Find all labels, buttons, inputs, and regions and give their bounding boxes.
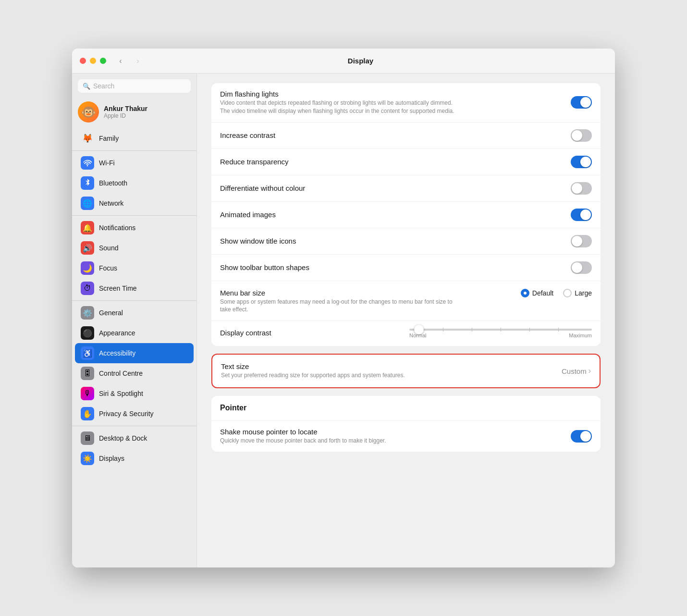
search-placeholder: Search <box>93 82 114 90</box>
menu-bar-size-large-option[interactable]: Large <box>563 289 592 297</box>
sidebar-item-desktop-dock[interactable]: 🖥 Desktop & Dock <box>75 428 194 448</box>
menu-bar-size-subtitle: Some apps or system features may need a … <box>220 298 460 314</box>
user-section[interactable]: 🐵 Ankur Thakur Apple ID <box>72 99 196 128</box>
sidebar-item-label-privacy: Privacy & Security <box>99 410 154 418</box>
avatar: 🐵 <box>78 101 99 123</box>
sidebar-item-label-siri: Siri & Spotlight <box>99 390 143 397</box>
sidebar-item-screen-time[interactable]: ⏱ Screen Time <box>75 278 194 298</box>
menu-bar-size-title: Menu bar size <box>220 289 521 297</box>
sidebar-item-control-centre[interactable]: 🎛 Control Centre <box>75 363 194 383</box>
animated-images-left: Animated images <box>220 210 571 219</box>
text-size-left: Text size Set your preferred reading siz… <box>221 362 562 380</box>
differentiate-colour-toggle[interactable] <box>571 182 592 195</box>
toolbar-button-shapes-toggle[interactable] <box>571 261 592 274</box>
sidebar-item-label-displays: Displays <box>99 455 124 462</box>
sidebar-item-privacy-security[interactable]: ✋ Privacy & Security <box>75 404 194 424</box>
menu-bar-size-default-option[interactable]: Default <box>521 289 553 297</box>
shake-mouse-subtitle: Quickly move the mouse pointer back and … <box>220 437 460 445</box>
sidebar-item-label-wifi: Wi-Fi <box>99 159 115 167</box>
pointer-label: Pointer <box>220 404 592 412</box>
text-size-subtitle: Set your preferred reading size for supp… <box>221 371 461 380</box>
increase-contrast-toggle[interactable] <box>571 129 592 142</box>
increase-contrast-left: Increase contrast <box>220 131 571 139</box>
toggle-knob <box>572 262 582 273</box>
differentiate-colour-title: Differentiate without colour <box>220 184 571 192</box>
text-size-section[interactable]: Text size Set your preferred reading siz… <box>211 354 601 388</box>
menu-bar-size-large-radio[interactable] <box>563 289 572 297</box>
sidebar-item-appearance[interactable]: ⚫ Appearance <box>75 323 194 343</box>
screen-time-icon: ⏱ <box>81 282 94 295</box>
main-content: Dim flashing lights Video content that d… <box>197 74 615 567</box>
menu-bar-size-row: Menu bar size Some apps or system featur… <box>211 281 601 321</box>
menu-bar-size-large-label: Large <box>575 289 592 297</box>
contrast-maximum-label: Maximum <box>569 333 592 338</box>
sidebar-item-bluetooth[interactable]: Bluetooth <box>75 173 194 193</box>
sidebar-item-family[interactable]: 🦊 Family <box>75 128 194 148</box>
differentiate-colour-row: Differentiate without colour <box>211 175 601 202</box>
titlebar: ‹ › Display <box>72 49 615 74</box>
sidebar-item-label-bluetooth: Bluetooth <box>99 179 127 187</box>
sidebar-item-accessibility[interactable]: ♿ Accessibility <box>75 343 194 363</box>
sidebar-divider-1 <box>72 150 196 151</box>
control-centre-icon: 🎛 <box>81 367 94 380</box>
sidebar-item-label-network: Network <box>99 199 123 207</box>
pointer-header-left: Pointer <box>220 404 592 412</box>
sidebar-item-sound[interactable]: 🔊 Sound <box>75 238 194 258</box>
sidebar-item-network[interactable]: 🌐 Network <box>75 193 194 213</box>
menu-bar-size-radio-group: Default Large <box>521 289 592 297</box>
sidebar-item-displays[interactable]: ☀️ Displays <box>75 448 194 468</box>
dim-flashing-lights-row: Dim flashing lights Video content that d… <box>211 83 601 123</box>
shake-mouse-left: Shake mouse pointer to locate Quickly mo… <box>220 428 571 445</box>
increase-contrast-title: Increase contrast <box>220 131 571 139</box>
sidebar-item-wifi[interactable]: Wi-Fi <box>75 153 194 173</box>
shake-mouse-toggle[interactable] <box>571 430 592 443</box>
toggle-knob <box>572 183 582 194</box>
maximize-button[interactable] <box>100 58 106 64</box>
animated-images-toggle[interactable] <box>571 209 592 221</box>
accessibility-icon: ♿ <box>81 346 94 360</box>
sidebar-item-siri-spotlight[interactable]: 🎙 Siri & Spotlight <box>75 383 194 404</box>
search-icon: 🔍 <box>83 83 90 90</box>
close-button[interactable] <box>80 58 86 64</box>
wifi-icon <box>81 156 94 170</box>
menu-bar-size-default-radio[interactable] <box>521 289 529 297</box>
toggle-knob <box>572 130 582 141</box>
sidebar-item-notifications[interactable]: 🔔 Notifications <box>75 218 194 238</box>
toolbar-button-shapes-row: Show toolbar button shapes <box>211 255 601 281</box>
pointer-section: Pointer Shake mouse pointer to locate Qu… <box>211 396 601 452</box>
text-size-row[interactable]: Text size Set your preferred reading siz… <box>212 355 600 387</box>
sidebar-item-focus[interactable]: 🌙 Focus <box>75 258 194 278</box>
sidebar-item-label-appearance: Appearance <box>99 329 135 337</box>
toggle-knob <box>580 157 591 167</box>
content-area: 🔍 Search 🐵 Ankur Thakur Apple ID 🦊 Famil… <box>72 74 615 567</box>
toolbar-button-shapes-title: Show toolbar button shapes <box>220 263 571 271</box>
toggle-knob <box>580 431 591 442</box>
differentiate-colour-left: Differentiate without colour <box>220 184 571 192</box>
sidebar-item-label-accessibility: Accessibility <box>99 349 135 357</box>
sidebar-divider-4 <box>72 426 196 426</box>
desktop-icon: 🖥 <box>81 431 94 445</box>
siri-icon: 🎙 <box>81 387 94 400</box>
animated-images-title: Animated images <box>220 210 571 219</box>
window-title: Display <box>114 57 607 65</box>
dim-flashing-lights-toggle[interactable] <box>571 96 592 109</box>
family-icon: 🦊 <box>81 132 94 145</box>
dim-flashing-lights-left: Dim flashing lights Video content that d… <box>220 90 571 115</box>
pointer-section-header: Pointer <box>211 396 601 421</box>
search-box[interactable]: 🔍 Search <box>78 79 191 93</box>
toggle-knob <box>572 236 582 246</box>
display-contrast-left: Display contrast <box>220 329 406 337</box>
menu-bar-size-default-label: Default <box>532 289 553 297</box>
sidebar-item-label-control-centre: Control Centre <box>99 370 143 377</box>
sidebar-divider-2 <box>72 215 196 216</box>
window-title-icons-toggle[interactable] <box>571 235 592 247</box>
sidebar-item-general[interactable]: ⚙️ General <box>75 303 194 323</box>
sidebar-item-label-desktop: Desktop & Dock <box>99 434 147 442</box>
display-accessibility-section: Dim flashing lights Video content that d… <box>211 83 601 346</box>
reduce-transparency-toggle[interactable] <box>571 156 592 168</box>
display-contrast-slider-track[interactable] <box>409 329 592 331</box>
minimize-button[interactable] <box>90 58 96 64</box>
notifications-icon: 🔔 <box>81 221 94 234</box>
general-icon: ⚙️ <box>81 306 94 320</box>
text-size-value: Custom <box>562 367 587 375</box>
